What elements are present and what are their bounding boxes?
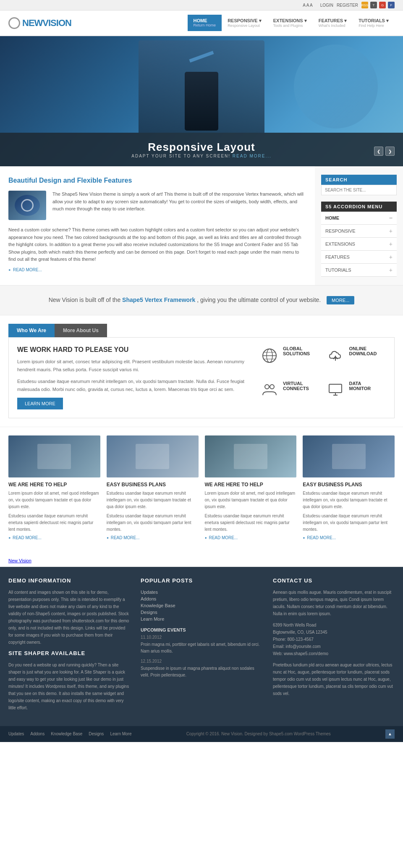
- card-1-read-more-link[interactable]: READ MORE...: [8, 535, 100, 540]
- card-3-image: [205, 435, 297, 477]
- feature-card-global: GLOBAL SOLUTIONS: [260, 346, 320, 375]
- footer-link-designs[interactable]: Designs: [141, 609, 262, 616]
- logo-circle-icon: [8, 17, 20, 29]
- nav-tutorials-label: TUTORIALS ▾: [359, 18, 389, 23]
- footer-contact-text2: Pnetetbus lundium pld arcu aenean augue …: [273, 661, 395, 697]
- bottom-nav-updates[interactable]: Updates: [8, 732, 24, 736]
- promo-text1: New Vision is built off of the: [49, 296, 120, 303]
- footer-brand-link[interactable]: New Vision: [8, 558, 31, 563]
- font-med[interactable]: A: [306, 3, 309, 8]
- bottom-nav-learn[interactable]: Learn More: [110, 732, 131, 736]
- card-2-image: [107, 435, 199, 477]
- footer-link-addons[interactable]: Addons: [141, 595, 262, 602]
- search-input[interactable]: [321, 185, 397, 195]
- facebook-icon[interactable]: F: [388, 2, 395, 8]
- login-link[interactable]: LOGIN: [320, 3, 333, 8]
- card-1: WE ARE HERE TO HELP Lorem ipsum dolor si…: [8, 435, 107, 546]
- footer-link-learn[interactable]: Learn More: [141, 616, 262, 622]
- footer-contact-address: 6399 North Wells Road Bigtownville, CO, …: [273, 621, 395, 657]
- features-section-title: Beautiful Design and Flexible Features: [8, 177, 306, 184]
- accordion-extensions-label: EXTENSIONS: [325, 241, 355, 247]
- accordion-item-responsive[interactable]: RESPONSIVE +: [321, 225, 397, 238]
- footer-popular-links: Updates Addons Knowledge Base Designs Le…: [141, 589, 262, 622]
- card-1-para2: Estudesu usandae itaque earumum reruhit …: [8, 513, 100, 533]
- online-download-text: ONLINE DOWNLOAD: [349, 346, 377, 356]
- font-large[interactable]: A: [310, 3, 313, 8]
- bottom-nav-knowledge[interactable]: Knowledge Base: [51, 732, 82, 736]
- twitter-icon[interactable]: T: [370, 2, 377, 8]
- accordion-item-home[interactable]: HOME −: [321, 212, 397, 225]
- accordion-item-features[interactable]: FEATURES +: [321, 251, 397, 264]
- accordion-tutorials-header[interactable]: TUTORIALS +: [321, 264, 397, 276]
- rss-icon[interactable]: RSS: [361, 2, 368, 8]
- accordion-features-header[interactable]: FEATURES +: [321, 251, 397, 263]
- bottom-nav-designs[interactable]: Designs: [89, 732, 104, 736]
- accordion-tutorials-sign: +: [389, 267, 393, 273]
- scroll-to-top-button[interactable]: ▲: [385, 729, 395, 739]
- accordion-features-label: FEATURES: [325, 254, 350, 260]
- card-4-read-more-link[interactable]: READ MORE...: [303, 535, 395, 540]
- card-1-para1: Lorem ipsum dolor sit amet, mel quod int…: [8, 490, 100, 510]
- hero-overlay: Responsive Layout ADAPT YOUR SITE TO ANY…: [0, 133, 403, 166]
- hero-read-more-link[interactable]: READ MORE...: [233, 154, 272, 158]
- accordion-item-tutorials[interactable]: TUTORIALS +: [321, 264, 397, 277]
- tab-content-panel: WE WORK HARD TO PLEASE YOU Lorem ipsum d…: [8, 337, 395, 418]
- card-3-para2: Estudesu usandae itaque earumum reruhit …: [205, 513, 297, 533]
- promo-band: New Vision is built off of the Shape5 Ve…: [0, 285, 403, 315]
- accordion-home-label: HOME: [325, 215, 339, 220]
- accordion-responsive-sign: +: [389, 228, 393, 234]
- hero-next-button[interactable]: ❯: [385, 147, 395, 156]
- nav-extensions[interactable]: EXTENSIONS ▾ Tools and Plugins: [267, 15, 313, 31]
- card-2-read-more-link[interactable]: READ MORE...: [107, 535, 199, 540]
- footer-site-shaper-title: SITE SHAPER AVAILABLE: [8, 650, 130, 656]
- accordion-responsive-header[interactable]: RESPONSIVE +: [321, 225, 397, 237]
- font-size-controls: A A A: [303, 3, 312, 8]
- promo-link[interactable]: Shape5 Vertex Framework: [122, 296, 195, 303]
- accordion-extensions-header[interactable]: EXTENSIONS +: [321, 238, 397, 250]
- accordion-home-header[interactable]: HOME −: [321, 212, 397, 224]
- learn-more-button[interactable]: LEARN MORE: [17, 398, 63, 409]
- tab-content-inner: WE WORK HARD TO PLEASE YOU Lorem ipsum d…: [17, 346, 386, 409]
- font-small[interactable]: A: [303, 3, 305, 8]
- feature-thumbnail: [8, 191, 46, 220]
- online-title: ONLINE: [349, 346, 377, 351]
- footer-brand-line: New Vision: [0, 555, 403, 567]
- footer-link-updates[interactable]: Updates: [141, 589, 262, 595]
- register-link[interactable]: REGISTER: [337, 3, 358, 8]
- social-icons: RSS T G F: [361, 2, 395, 8]
- promo-text2: , giving: [197, 296, 215, 303]
- feature-card-virtual: VIRTUAL CONNECTS: [260, 381, 320, 409]
- features-read-more-link[interactable]: READ MORE...: [8, 267, 306, 272]
- bottom-nav-addons[interactable]: Addons: [30, 732, 44, 736]
- nav-extensions-sublabel: Tools and Plugins: [273, 24, 307, 28]
- nav-tutorials[interactable]: TUTORIALS ▾ Find Help Here: [353, 15, 395, 31]
- people-icon: [260, 381, 279, 400]
- nav-home-label: HOME: [194, 18, 207, 23]
- logo[interactable]: NEWVISION: [8, 17, 71, 29]
- virtual-subtitle: CONNECTS: [283, 386, 309, 391]
- header: NEWVISION HOME Return Home RESPONSIVE ▾ …: [0, 10, 403, 36]
- card-3-read-more-link[interactable]: READ MORE...: [205, 535, 297, 540]
- sidebar-search-title: SEARCH: [321, 175, 397, 185]
- nav-features[interactable]: FEATURES ▾ What's Included: [313, 15, 353, 31]
- main-nav: HOME Return Home RESPONSIVE ▾ Responsive…: [188, 15, 395, 31]
- footer-link-knowledge[interactable]: Knowledge Base: [141, 602, 262, 609]
- tab-who-we-are-button[interactable]: Who We Are: [8, 324, 55, 337]
- features-para1: The Shape5 New Vision theme is simply a …: [52, 191, 306, 213]
- svg-point-7: [270, 385, 274, 389]
- tab-more-about-us-button[interactable]: More About Us: [55, 324, 107, 337]
- card-4-para1: Estudesu usandae itaque earumum reruhit …: [303, 490, 395, 510]
- feature-card-online: ONLINE DOWNLOAD: [326, 346, 386, 375]
- footer-col3: CONTACT US Aenean quis mollis augue. Mau…: [273, 577, 395, 716]
- promo-more-button[interactable]: MORE...: [327, 296, 354, 304]
- tabs-header: Who We Are More About Us: [8, 324, 395, 337]
- nav-responsive[interactable]: RESPONSIVE ▾ Responsive Layout: [222, 15, 267, 31]
- nav-home[interactable]: HOME Return Home: [188, 15, 222, 31]
- online-subtitle: DOWNLOAD: [349, 351, 377, 356]
- google-icon[interactable]: G: [379, 2, 386, 8]
- footer-site-shaper-text: Do you need a website up and running qui…: [8, 661, 130, 711]
- accordion-item-extensions[interactable]: EXTENSIONS +: [321, 238, 397, 251]
- footer-event1-text: Proin magna mi, porttitor eget labaris s…: [141, 641, 262, 655]
- hero-prev-button[interactable]: ❮: [374, 147, 383, 156]
- accordion-title: S5 ACCORDION MENU: [321, 202, 397, 212]
